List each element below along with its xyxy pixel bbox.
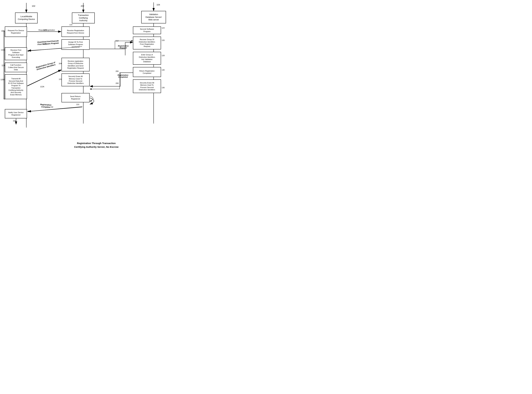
pb-call-function: Call Function:Collect And SecureData <box>5 62 27 72</box>
pb-request-registration: Request For DeviceRegistration <box>5 26 27 37</box>
validation-entity: ValidationDatabase Server/Web server <box>141 11 166 23</box>
svg-line-17 <box>28 107 82 111</box>
num-110: 110 <box>69 24 72 26</box>
pb-securely-erase-tca: Securely Erase AllMemory Used ToProcess … <box>62 73 90 86</box>
diagram-caption: Registration Through Transaction Certify… <box>0 140 193 152</box>
label-reg-completed: RegistrationCompleted <box>116 74 129 78</box>
num-128: 128 <box>162 55 164 57</box>
pb-receive-first-sw: Receive FirstSoftwareProgram And StartEx… <box>5 47 27 60</box>
num-210-label: 210 <box>76 104 79 105</box>
num-122a: 122A <box>40 86 44 88</box>
num-118: 118 <box>2 64 5 67</box>
num-208: 208 <box>116 82 118 84</box>
num-204: 204 <box>59 62 62 64</box>
num-104: 104 <box>157 4 160 6</box>
num-120b: 120B <box>0 79 5 81</box>
svg-line-28 <box>27 70 61 86</box>
num-116a: 116A <box>1 49 5 51</box>
pb-return-reg-completed: Return RegistrationCompleted <box>133 67 161 77</box>
num-136: 136 <box>162 87 164 88</box>
pb-receive-reg-group: Receive registrationGroup of Distinctive… <box>62 58 90 71</box>
svg-line-29 <box>27 107 82 111</box>
num-202: 202 <box>81 5 84 7</box>
pb-send-return: Send Return:Registered <box>62 93 90 102</box>
pb-assign-id: Assign ID To FirstSoftware Programand Se… <box>62 39 90 50</box>
svg-line-10 <box>27 70 61 86</box>
num-102: 102 <box>32 5 35 7</box>
pb-transmit-all: Transmit AllSecured Data AndID Of First … <box>5 74 27 99</box>
num-131: 131 <box>59 78 62 80</box>
label-request-registration: Request Registration <box>38 29 55 31</box>
num-112: 112 <box>116 40 118 42</box>
pb-recover-group: Recover Group OfDistinctive IdentifiersF… <box>133 36 161 49</box>
label-download-execute: Download And ExecuteFirst Software Progr… <box>34 39 63 46</box>
pb-enter-group: Enter Group ofDistinctive IdentifiersInt… <box>133 52 161 65</box>
label-reg-complete: RegistrationComplete <box>40 103 51 109</box>
num-106: 106 <box>1 30 5 32</box>
diagram: Local/Mobile Computing Device 102 Transa… <box>0 0 193 138</box>
num-126: 126 <box>162 39 164 41</box>
local-entity: Local/Mobile Computing Device <box>15 12 37 23</box>
pb-receive-reg-request: Receive RegistrationRequest from Device <box>62 26 90 37</box>
num-134-label: 134 <box>13 119 16 122</box>
tca-entity: TransactionCertifyingAuthority <box>72 12 95 23</box>
label-reg-group: Registration Group ofDistinctive Identif… <box>33 61 59 71</box>
pb-second-sw: Second SoftwareProgram <box>133 26 161 34</box>
label-reg-request: RegistrationRequest <box>117 45 130 49</box>
num-124: 124 <box>162 27 164 29</box>
num-130: 130 <box>162 69 164 71</box>
pb-notify-user: Notify User DeviceRegistered <box>5 109 27 118</box>
num-206: 206 <box>116 70 118 72</box>
pb-securely-erase-val: Securely Erase AllMemory Used ToProcess … <box>133 79 161 93</box>
